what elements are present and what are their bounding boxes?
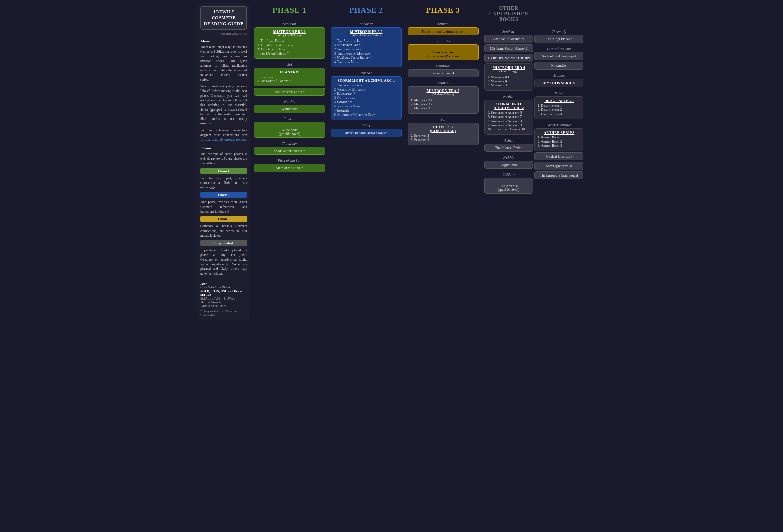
mistborn-era1-title: Mistborn Era 1 [257, 30, 322, 34]
nalthis-label-p1: Nalthis [254, 99, 325, 103]
list-item: The Final Empire [257, 39, 322, 43]
list-item: Dragonsteel 1 [538, 103, 580, 108]
cyberpunk-box: Cyberpunk Mistborn [484, 54, 533, 62]
emperors-soul-label: The Emperor's Soul * [274, 90, 305, 94]
phases-heading: Phases [200, 146, 247, 150]
mistborn-era2-box: Mistborn Era 2 (Wax & Wayne Series) The … [331, 27, 402, 67]
dragonsteel-list: Dragonsteel 1 Dragonsteel 2 Dragonsteel … [538, 103, 580, 117]
threnody-other: Threnody [534, 29, 583, 34]
other-unknown-label: Other/Unknown [534, 123, 583, 127]
list-item: Edgedancer * [334, 92, 399, 96]
mistborn-era3-list: Mistborn 3.1 Mistborn 3.2 Mistborn 3.3 [411, 97, 475, 111]
list-item: Elantris [257, 75, 322, 79]
tress-label: Tress of the Emerald Sea [421, 29, 465, 33]
stormlight-arc2-title: Stormlight Archive Arc 2 [488, 102, 530, 110]
scadrial-label-p1: Scadrial [254, 22, 325, 26]
key-line-4: Plain = Novella [200, 301, 247, 304]
sel-label-p3: Sel [408, 117, 479, 121]
mistborn-era3-box: Mistborn Era 3 (Modern Trilogy) Mistborn… [408, 86, 479, 114]
arcanist-label: The Arcanist (graphic novel) [498, 184, 519, 192]
warbreaker-box: Warbreaker [254, 105, 325, 113]
elantris-box: Elantris Elantris The Hope of Elantris * [254, 68, 325, 86]
shadows-silence-label: Shadows for Silence * [274, 149, 305, 153]
mistborn-era4-list: Mistborn 4.1 Mistborn 4.2 Mistborn 4.3 [488, 74, 530, 88]
emperors-soul-sequel-label: The Emperor's Soul Sequel [540, 173, 578, 177]
first-sun-other: First of the Sun [534, 46, 583, 51]
emperors-soul-box: The Emperor's Soul * [254, 88, 325, 96]
mistborn-era1-box: Mistborn Era 1 (Original Trilogy) The Fi… [254, 27, 325, 59]
about-text1: There is no "right way" to read the Cosm… [200, 45, 247, 82]
key-line-2: BOLD, CAPS, UNDERLINE = SERIES [200, 289, 247, 296]
dragonsteel-title: Dragonsteel [538, 99, 580, 103]
aether-list: Aether Book 1 Aether Book 2 Aether Book … [538, 135, 580, 149]
phase1-header: Phase 1 [254, 3, 325, 17]
yolen-label: Yolen [534, 91, 583, 95]
white-sand-box: White Sand (graphic novel) [254, 122, 325, 138]
list-item: The Way of Kings [334, 83, 399, 87]
mistborn-secret2-box: Mistborn: Secret History 2 [484, 44, 533, 52]
phase2-badge[interactable]: Phase 2 [200, 192, 247, 198]
other-unpublished-column: Other Unpublished Books Scadrial Boatloa… [482, 3, 586, 320]
list-item: Stormlight Archive 10 [488, 127, 530, 131]
list-item: The Hope of Elantris * [257, 79, 322, 83]
shadows-silence-box: Shadows for Silence * [254, 147, 325, 155]
list-item: Oathbringer [334, 96, 399, 100]
elantris-cont-box: Elantris (continued) Elantris 2 Elantris… [408, 123, 479, 145]
key-heading: Key [200, 281, 247, 285]
boatload-label: Boatload of Mummies [493, 37, 524, 41]
phase1-badge[interactable]: Phase 1 [200, 168, 247, 174]
elantris-list: Elantris The Hope of Elantris * [257, 74, 322, 84]
list-item: Stormlight Archive 9 [488, 123, 530, 127]
list-item: Elantris 2 [411, 134, 475, 138]
magical-kites-box: Magical kites story [534, 152, 583, 160]
secret-project4-box: Secret Project 4 [408, 69, 479, 77]
white-sand-label: White Sand (graphic novel) [279, 128, 300, 136]
silverlight-label: Silverlight novella [546, 164, 572, 168]
phases-desc: The concept of these phases is entirely … [200, 152, 247, 166]
phase1-desc: For the most part, Cosmere connections a… [200, 176, 247, 190]
stormlight-arc2-box: Stormlight Archive Arc 2 Stormlight Arch… [484, 100, 533, 135]
phase2-desc: This phase involves more direct Cosmere … [200, 200, 247, 214]
aether-series-title: Aether Series [538, 131, 580, 135]
sel-label-p1: Sel [254, 62, 325, 66]
mistborn-era4-subtitle: (Sci-fi Trilogy) [488, 70, 530, 73]
night-brigade-box: The Night Brigade [534, 35, 583, 43]
stormlight-arc1-box: Stormlight Archive Arc 1 The Way of King… [331, 76, 402, 120]
list-item: Mistborn: Secret History * [334, 56, 399, 60]
komashi-label: Komashi [408, 39, 479, 43]
taldain-label-p1: Taldain [254, 116, 325, 121]
key-section: Key Grey & Italic = World BOLD, CAPS, UN… [200, 280, 247, 317]
phase3-header: Phase 3 [408, 3, 479, 17]
list-item: Stormlight Archive 6 [488, 110, 530, 115]
reading-order-link[interactable]: 17thshard.github.io/reading-order [200, 138, 245, 141]
key-line-5: Italic = Short Story [200, 304, 247, 308]
phase2-column: Phase 2 Scadrial Mistborn Era 2 (Wax & W… [329, 3, 404, 320]
phase3-column: Phase 3 Lumar Tress of the Emerald Sea K… [405, 3, 481, 320]
list-item: Horneater [334, 108, 399, 113]
list-item: Rhythm of War [334, 104, 399, 108]
mistborn-era2-list: The Alloy of Law Allomancer Jak * Shadow… [334, 38, 399, 65]
mistborn-era2-subtitle: (Wax & Wayne Series) [334, 34, 399, 37]
emperors-soul-sequel-box: The Emperor's Soul Sequel [534, 171, 583, 179]
list-item: The Hero of Ages [257, 47, 322, 51]
list-item: Aether Book 1 [538, 135, 580, 139]
list-item: Mistborn 3.2 [411, 102, 475, 106]
arcanum-label: Arcanum Unbounded essays * [345, 131, 387, 135]
elantris-cont-title: Elantris (continued) [411, 125, 475, 133]
list-item: Mistborn 4.2 [488, 79, 530, 83]
scadrial-other: Scadrial [484, 29, 533, 34]
roshar-label-p2: Roshar [331, 71, 402, 75]
nalthis-other: Nalthis [484, 155, 533, 159]
phase3-badge[interactable]: Phase 3 [200, 216, 247, 222]
list-item: The Eleventh Metal * [257, 51, 322, 56]
sixth-dusk-label: Sixth of the Dusk * [276, 166, 303, 170]
list-item: Allomancer Jak * [334, 43, 399, 47]
unpublished-badge[interactable]: Unpublished [200, 240, 247, 246]
arcanist-box: The Arcanist (graphic novel) [484, 178, 533, 194]
key-line-3: SMALL CAPS = NOVEL [200, 297, 247, 300]
magical-kites-label: Magical kites story [546, 154, 573, 158]
kingmaker-box: Kingmaker [534, 62, 583, 70]
secret-project4-label: Secret Project 4 [432, 71, 454, 75]
about-heading: About [200, 39, 247, 43]
mythos-series-title: Mythos Series [538, 81, 580, 85]
